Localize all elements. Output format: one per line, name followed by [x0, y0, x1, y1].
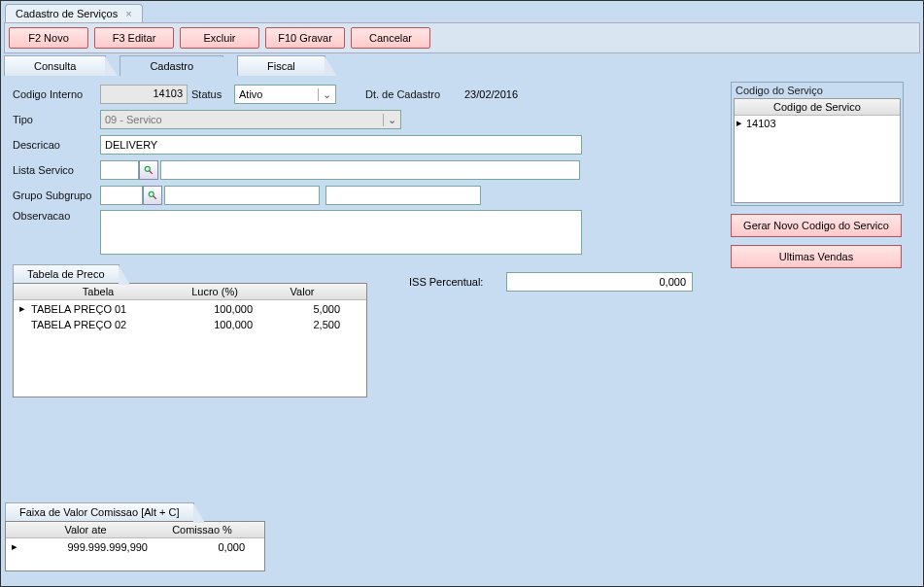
svg-point-2	[149, 191, 154, 196]
table-row[interactable]: ▸ 14103	[735, 116, 900, 130]
lista-servico-label: Lista Servico	[13, 164, 100, 176]
cell-tabela: TABELA PREÇO 01	[25, 301, 171, 317]
subgrupo-desc-input[interactable]	[325, 186, 481, 205]
window-title-tab: Cadastro de Serviços ×	[5, 4, 143, 22]
cell-lucro: 100,000	[171, 317, 258, 332]
tabela-preco-tab: Tabela de Preco	[13, 264, 120, 283]
col-tabela: Tabela	[25, 284, 171, 299]
descricao-label: Descricao	[13, 139, 100, 151]
col-valor-ate: Valor ate	[17, 522, 154, 537]
col-valor: Valor	[258, 284, 346, 299]
observacao-textarea[interactable]	[100, 210, 582, 255]
cell-lucro: 100,000	[171, 301, 258, 317]
gravar-button[interactable]: F10 Gravar	[265, 27, 345, 49]
cell-comissao-pct: 0,000	[154, 539, 251, 555]
codigo-servico-grid[interactable]: Codigo de Servico ▸ 14103	[734, 98, 901, 203]
toolbar: F2 Novo F3 Editar Excluir F10 Gravar Can…	[4, 22, 920, 53]
svg-line-3	[154, 196, 156, 199]
tabs-bar: Consulta Cadastro Fiscal	[4, 55, 923, 76]
search-icon	[148, 190, 157, 200]
tab-cadastro[interactable]: Cadastro	[120, 55, 223, 76]
tabela-preco-header-row: Tabela Lucro (%) Valor	[14, 284, 366, 300]
content-panel: Codigo Interno 14103 Status Ativo ⌄ Dt. …	[1, 76, 923, 581]
svg-point-0	[145, 166, 150, 171]
cancelar-button[interactable]: Cancelar	[351, 27, 430, 49]
comissao-tab: Faixa de Valor Comissao [Alt + C]	[5, 502, 194, 521]
novo-button[interactable]: F2 Novo	[9, 27, 88, 49]
grupo-subgrupo-label: Grupo Subgrupo	[13, 190, 100, 201]
close-icon[interactable]: ×	[125, 8, 131, 19]
iss-percentual-input[interactable]	[506, 272, 693, 292]
observacao-label: Observacao	[13, 210, 100, 222]
lista-servico-desc-input[interactable]	[160, 160, 580, 180]
col-lucro: Lucro (%)	[171, 284, 258, 299]
iss-label: ISS Percentual:	[409, 276, 506, 288]
comissao-grid[interactable]: Valor ate Comissao % ▸ 999.999.999,990 0…	[5, 521, 265, 571]
lista-servico-lookup-button[interactable]	[139, 160, 158, 180]
editar-button[interactable]: F3 Editar	[94, 27, 174, 49]
tipo-select: 09 - Servico ⌄	[100, 110, 401, 129]
cell-valor: 5,000	[258, 301, 346, 317]
row-marker-icon: ▸	[736, 117, 746, 129]
dt-cadastro-label: Dt. de Cadastro	[365, 88, 462, 100]
window-title: Cadastro de Serviços	[16, 8, 118, 19]
gerar-codigo-button[interactable]: Gerar Novo Codigo do Servico	[731, 214, 902, 237]
table-row[interactable]: ▸ 999.999.999,990 0,000	[6, 538, 264, 555]
tab-consulta[interactable]: Consulta	[4, 55, 106, 76]
descricao-input[interactable]	[100, 135, 582, 155]
row-marker-icon: ▸	[14, 300, 25, 317]
codigo-servico-title: Codigo do Serviço	[734, 85, 901, 96]
cell-tabela: TABELA PREÇO 02	[25, 317, 171, 332]
dt-cadastro-value: 23/02/2016	[462, 86, 520, 102]
codigo-servico-value: 14103	[746, 118, 776, 129]
grupo-lookup-button[interactable]	[143, 186, 162, 205]
row-marker-icon: ▸	[6, 538, 17, 555]
codigo-servico-fieldset: Codigo do Serviço Codigo de Servico ▸ 14…	[731, 82, 904, 206]
table-row[interactable]: TABELA PREÇO 02 100,000 2,500	[14, 317, 366, 332]
chevron-down-icon: ⌄	[318, 88, 331, 101]
codigo-servico-header: Codigo de Servico	[735, 99, 900, 116]
excluir-button[interactable]: Excluir	[180, 27, 259, 49]
grupo-code-input[interactable]	[100, 186, 143, 205]
tipo-label: Tipo	[13, 114, 100, 125]
tab-fiscal[interactable]: Fiscal	[237, 55, 325, 76]
status-label: Status	[191, 88, 234, 100]
col-comissao-pct: Comissao %	[154, 522, 251, 537]
tabela-preco-grid[interactable]: Tabela Lucro (%) Valor ▸ TABELA PREÇO 01…	[13, 283, 367, 397]
grupo-desc-input[interactable]	[164, 186, 320, 205]
status-value: Ativo	[239, 88, 262, 100]
lista-servico-code-input[interactable]	[100, 160, 139, 180]
table-row[interactable]: ▸ TABELA PREÇO 01 100,000 5,000	[14, 300, 366, 317]
codigo-interno-label: Codigo Interno	[13, 88, 100, 100]
status-select[interactable]: Ativo ⌄	[234, 85, 336, 104]
tipo-value: 09 - Servico	[105, 114, 162, 125]
ultimas-vendas-button[interactable]: Ultimas Vendas	[731, 245, 902, 268]
cell-valor: 2,500	[258, 317, 346, 332]
codigo-interno-field: 14103	[100, 85, 188, 104]
search-icon	[144, 165, 154, 175]
chevron-down-icon: ⌄	[383, 114, 396, 126]
cell-valor-ate: 999.999.999,990	[17, 539, 154, 555]
svg-line-1	[150, 171, 153, 174]
comissao-header-row: Valor ate Comissao %	[6, 522, 264, 538]
